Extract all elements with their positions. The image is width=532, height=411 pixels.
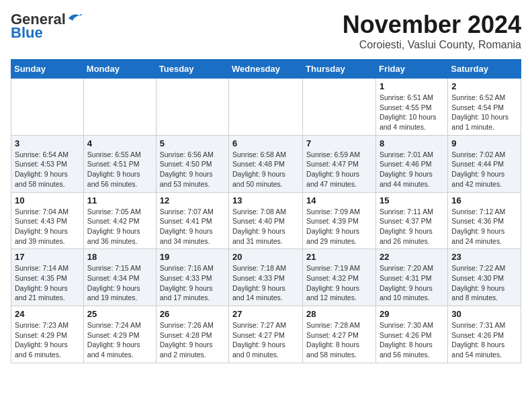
day-info: Sunrise: 7:31 AM Sunset: 4:26 PM Dayligh… [451,320,517,360]
day-number: 13 [232,195,299,205]
title-area: November 2024 Coroiesti, Vaslui County, … [343,11,521,51]
day-info: Sunrise: 7:22 AM Sunset: 4:30 PM Dayligh… [451,263,517,303]
day-cell-19: 19Sunrise: 7:16 AM Sunset: 4:33 PM Dayli… [156,249,228,306]
day-cell-30: 30Sunrise: 7:31 AM Sunset: 4:26 PM Dayli… [448,306,521,363]
day-number: 2 [451,81,517,91]
day-cell-29: 29Sunrise: 7:30 AM Sunset: 4:26 PM Dayli… [375,306,447,363]
day-header-thursday: Thursday [303,60,376,79]
empty-cell [303,79,376,136]
day-cell-10: 10Sunrise: 7:04 AM Sunset: 4:43 PM Dayli… [11,192,84,249]
empty-cell [83,79,156,136]
day-number: 21 [306,252,372,262]
empty-cell [156,79,228,136]
day-info: Sunrise: 6:58 AM Sunset: 4:48 PM Dayligh… [232,150,299,189]
day-info: Sunrise: 7:02 AM Sunset: 4:44 PM Dayligh… [451,150,517,189]
day-number: 26 [160,309,225,319]
day-header-sunday: Sunday [11,60,84,79]
day-cell-7: 7Sunrise: 6:59 AM Sunset: 4:47 PM Daylig… [303,135,376,192]
day-cell-14: 14Sunrise: 7:09 AM Sunset: 4:39 PM Dayli… [303,192,376,249]
calendar-table: SundayMondayTuesdayWednesdayThursdayFrid… [11,59,521,363]
day-number: 12 [160,195,225,205]
day-number: 18 [87,252,152,262]
day-number: 30 [451,309,517,319]
day-info: Sunrise: 7:23 AM Sunset: 4:29 PM Dayligh… [15,320,80,360]
day-number: 16 [451,195,517,205]
day-cell-3: 3Sunrise: 6:54 AM Sunset: 4:53 PM Daylig… [11,135,84,192]
day-info: Sunrise: 6:55 AM Sunset: 4:51 PM Dayligh… [87,150,152,189]
day-cell-26: 26Sunrise: 7:26 AM Sunset: 4:28 PM Dayli… [156,306,228,363]
day-info: Sunrise: 7:24 AM Sunset: 4:29 PM Dayligh… [87,320,152,360]
day-cell-18: 18Sunrise: 7:15 AM Sunset: 4:34 PM Dayli… [83,249,156,306]
day-cell-25: 25Sunrise: 7:24 AM Sunset: 4:29 PM Dayli… [83,306,156,363]
week-row-2: 3Sunrise: 6:54 AM Sunset: 4:53 PM Daylig… [11,135,521,192]
day-info: Sunrise: 7:08 AM Sunset: 4:40 PM Dayligh… [232,207,299,246]
day-number: 29 [380,309,444,319]
day-number: 27 [232,309,299,319]
day-cell-5: 5Sunrise: 6:56 AM Sunset: 4:50 PM Daylig… [156,135,228,192]
day-cell-24: 24Sunrise: 7:23 AM Sunset: 4:29 PM Dayli… [11,306,84,363]
day-header-tuesday: Tuesday [156,60,228,79]
day-info: Sunrise: 7:16 AM Sunset: 4:33 PM Dayligh… [160,263,225,303]
day-info: Sunrise: 7:07 AM Sunset: 4:41 PM Dayligh… [160,207,225,246]
day-number: 15 [380,195,444,205]
day-cell-27: 27Sunrise: 7:27 AM Sunset: 4:27 PM Dayli… [229,306,303,363]
day-header-monday: Monday [83,60,156,79]
day-number: 14 [306,195,372,205]
day-cell-11: 11Sunrise: 7:05 AM Sunset: 4:42 PM Dayli… [83,192,156,249]
day-number: 3 [15,138,80,148]
day-number: 19 [160,252,225,262]
day-info: Sunrise: 7:19 AM Sunset: 4:32 PM Dayligh… [306,263,372,303]
day-cell-2: 2Sunrise: 6:52 AM Sunset: 4:54 PM Daylig… [448,79,521,136]
day-number: 9 [451,138,517,148]
day-cell-8: 8Sunrise: 7:01 AM Sunset: 4:46 PM Daylig… [375,135,447,192]
month-title: November 2024 [343,11,521,39]
day-cell-23: 23Sunrise: 7:22 AM Sunset: 4:30 PM Dayli… [448,249,521,306]
days-header-row: SundayMondayTuesdayWednesdayThursdayFrid… [11,60,521,79]
day-info: Sunrise: 7:28 AM Sunset: 4:27 PM Dayligh… [306,320,372,360]
day-info: Sunrise: 7:04 AM Sunset: 4:43 PM Dayligh… [15,207,80,246]
day-number: 25 [87,309,152,319]
day-cell-20: 20Sunrise: 7:18 AM Sunset: 4:33 PM Dayli… [229,249,303,306]
day-info: Sunrise: 7:15 AM Sunset: 4:34 PM Dayligh… [87,263,152,303]
day-info: Sunrise: 7:09 AM Sunset: 4:39 PM Dayligh… [306,207,372,246]
logo-bird-icon [67,12,82,24]
day-info: Sunrise: 6:59 AM Sunset: 4:47 PM Dayligh… [306,150,372,189]
day-number: 11 [87,195,152,205]
day-cell-16: 16Sunrise: 7:12 AM Sunset: 4:36 PM Dayli… [448,192,521,249]
day-info: Sunrise: 6:52 AM Sunset: 4:54 PM Dayligh… [451,93,517,132]
day-header-friday: Friday [375,60,447,79]
day-number: 20 [232,252,299,262]
day-cell-28: 28Sunrise: 7:28 AM Sunset: 4:27 PM Dayli… [303,306,376,363]
day-number: 7 [306,138,372,148]
day-info: Sunrise: 7:12 AM Sunset: 4:36 PM Dayligh… [451,207,517,246]
day-header-saturday: Saturday [448,60,521,79]
week-row-1: 1Sunrise: 6:51 AM Sunset: 4:55 PM Daylig… [11,79,521,136]
day-number: 1 [380,81,444,91]
day-cell-13: 13Sunrise: 7:08 AM Sunset: 4:40 PM Dayli… [229,192,303,249]
day-number: 4 [87,138,152,148]
day-number: 22 [380,252,444,262]
day-info: Sunrise: 7:01 AM Sunset: 4:46 PM Dayligh… [380,150,444,189]
day-cell-17: 17Sunrise: 7:14 AM Sunset: 4:35 PM Dayli… [11,249,84,306]
day-cell-22: 22Sunrise: 7:20 AM Sunset: 4:31 PM Dayli… [375,249,447,306]
week-row-3: 10Sunrise: 7:04 AM Sunset: 4:43 PM Dayli… [11,192,521,249]
day-info: Sunrise: 7:18 AM Sunset: 4:33 PM Dayligh… [232,263,299,303]
day-number: 10 [15,195,80,205]
header: General Blue November 2024 Coroiesti, Va… [11,11,521,51]
day-info: Sunrise: 7:27 AM Sunset: 4:27 PM Dayligh… [232,320,299,360]
day-info: Sunrise: 7:26 AM Sunset: 4:28 PM Dayligh… [160,320,225,360]
logo-blue: Blue [11,24,43,42]
week-row-5: 24Sunrise: 7:23 AM Sunset: 4:29 PM Dayli… [11,306,521,363]
day-cell-21: 21Sunrise: 7:19 AM Sunset: 4:32 PM Dayli… [303,249,376,306]
day-cell-6: 6Sunrise: 6:58 AM Sunset: 4:48 PM Daylig… [229,135,303,192]
day-cell-9: 9Sunrise: 7:02 AM Sunset: 4:44 PM Daylig… [448,135,521,192]
day-info: Sunrise: 7:05 AM Sunset: 4:42 PM Dayligh… [87,207,152,246]
day-number: 6 [232,138,299,148]
empty-cell [229,79,303,136]
day-number: 5 [160,138,225,148]
day-info: Sunrise: 7:30 AM Sunset: 4:26 PM Dayligh… [380,320,444,360]
logo: General Blue [11,11,82,42]
day-number: 28 [306,309,372,319]
day-number: 8 [380,138,444,148]
day-cell-15: 15Sunrise: 7:11 AM Sunset: 4:37 PM Dayli… [375,192,447,249]
